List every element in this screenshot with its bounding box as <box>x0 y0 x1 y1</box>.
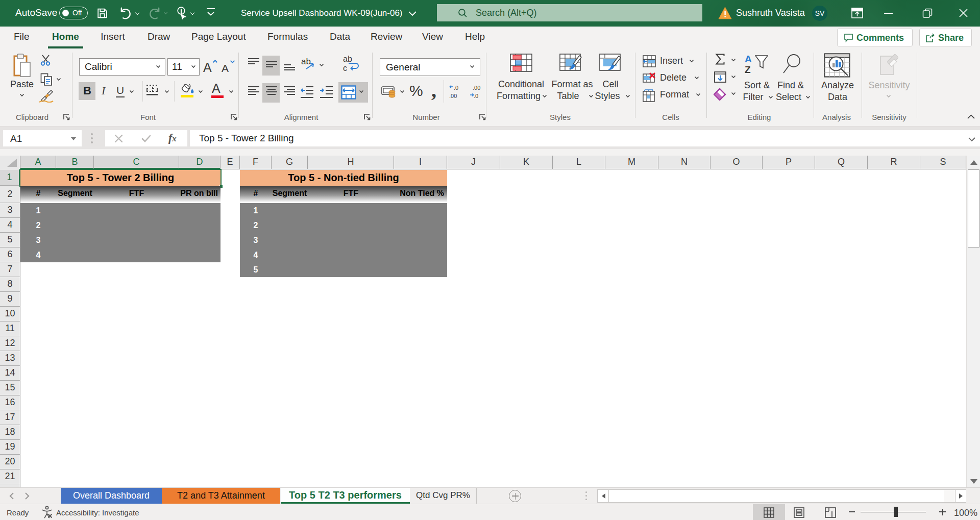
svg-text:.00: .00 <box>449 93 457 99</box>
svg-text:.0: .0 <box>474 93 478 99</box>
svg-text:.0: .0 <box>454 85 458 91</box>
svg-text:.00: .00 <box>473 85 480 91</box>
